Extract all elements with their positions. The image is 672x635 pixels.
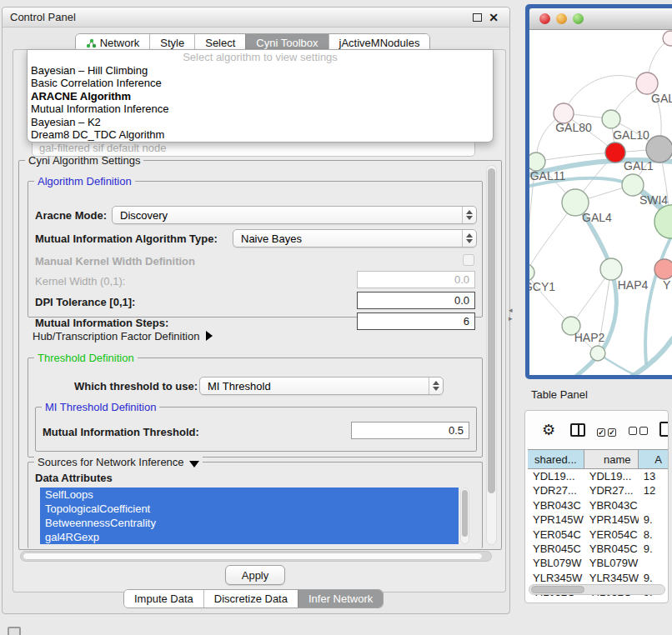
network-edge[interactable] xyxy=(609,338,672,375)
control-panel-window: Control Panel ✕ Network Style Select Cyn… xyxy=(2,7,510,614)
tab-discretize-data[interactable]: Discretize Data xyxy=(203,590,298,608)
table-row[interactable]: YBR045CYBR045C9. xyxy=(528,542,669,556)
tab-impute-data[interactable]: Impute Data xyxy=(124,590,203,608)
dpi-tolerance-field[interactable]: 0.0 xyxy=(357,292,475,309)
gear-icon[interactable]: ⚙ xyxy=(542,421,555,439)
table-row[interactable]: YPR145WYPR145W9. xyxy=(528,512,669,527)
bottom-tab-bar: Impute Data Discretize Data Infer Networ… xyxy=(123,589,384,608)
hub-definition-label: Hub/Transcription Factor Definition xyxy=(33,330,199,342)
settings-hscrollbar-thumb[interactable] xyxy=(23,552,483,560)
algorithm-option[interactable]: Bayesian – Hill Climbing xyxy=(28,64,493,77)
new-table-icon[interactable] xyxy=(659,422,669,437)
table-cell: YDR27... xyxy=(584,483,639,498)
control-panel-titlebar: Control Panel ✕ xyxy=(3,8,509,28)
table-row[interactable]: YER054CYER054C8. xyxy=(528,528,669,542)
table-row[interactable]: YBL079WYBL079W xyxy=(528,556,669,570)
which-threshold-combo[interactable]: MI Threshold xyxy=(199,377,444,395)
close-traffic-light-icon[interactable] xyxy=(539,13,550,24)
mi-steps-field[interactable]: 6 xyxy=(357,312,475,330)
column-header[interactable]: shared... xyxy=(528,450,584,468)
column-header[interactable]: A xyxy=(639,450,669,468)
data-attributes-list[interactable]: SelfLoopsTopologicalCoefficientBetweenne… xyxy=(40,488,459,544)
table-hscrollbar-thumb[interactable] xyxy=(531,586,584,593)
manual-kernel-checkbox[interactable] xyxy=(463,254,474,266)
minimized-panel-chip[interactable] xyxy=(8,627,21,635)
network-edge[interactable] xyxy=(564,76,647,113)
table-cell: YDR27... xyxy=(528,483,584,498)
attribute-item-selected[interactable]: TopologicalCoefficient xyxy=(40,502,459,516)
table-hscrollbar[interactable] xyxy=(529,584,665,595)
data-attributes-label: Data Attributes xyxy=(35,472,113,484)
threshold-definition-title: Threshold Definition xyxy=(34,352,138,364)
mi-type-combo[interactable]: Naive Bayes xyxy=(233,229,477,248)
network-node[interactable] xyxy=(600,258,622,280)
attributes-vscrollbar[interactable] xyxy=(460,488,469,544)
mi-threshold-group: MI Threshold Definition Mutual Informati… xyxy=(35,407,477,452)
table-panel-title: Table Panel xyxy=(531,388,588,401)
deselect-all-columns-icon[interactable] xyxy=(629,425,650,438)
mi-threshold-field[interactable]: 0.5 xyxy=(351,422,469,439)
table-cell: YLR345W xyxy=(528,571,584,585)
network-node[interactable] xyxy=(654,205,672,238)
node-label: GAL xyxy=(651,92,672,105)
aracne-mode-combo[interactable]: Discovery xyxy=(112,206,477,224)
sources-title-label: Sources for Network Inference xyxy=(38,456,184,468)
table-row[interactable]: YBR043CYBR043C xyxy=(528,498,669,512)
algorithm-dropdown-popup: Select algorithm to view settings Bayesi… xyxy=(27,49,494,142)
cyni-algorithm-settings-group: Cyni Algorithm Settings Algorithm Defini… xyxy=(18,160,502,550)
tab-infer-network[interactable]: Infer Network xyxy=(298,590,383,608)
control-panel-title: Control Panel xyxy=(10,11,76,23)
node-label: Y xyxy=(663,278,671,292)
table-cell: YBR043C xyxy=(584,498,639,512)
attribute-item-selected[interactable]: SelfLoops xyxy=(40,488,459,502)
apply-button[interactable]: Apply xyxy=(225,565,285,585)
attribute-item-selected[interactable]: gal4RGexp xyxy=(40,530,459,544)
node-label: HAP4 xyxy=(618,278,649,292)
table-cell: YDL19... xyxy=(584,469,639,483)
float-window-icon[interactable] xyxy=(473,13,482,22)
zoom-traffic-light-icon[interactable] xyxy=(573,13,584,24)
select-all-columns-icon[interactable]: ✓✓ xyxy=(597,425,619,438)
close-icon[interactable]: ✕ xyxy=(489,11,499,24)
algorithm-list: Bayesian – Hill ClimbingBasic Correlatio… xyxy=(28,64,493,141)
kernel-width-field[interactable]: 0.0 xyxy=(357,271,475,288)
algorithm-option[interactable]: Bayesian – K2 xyxy=(28,116,493,128)
threshold-definition-group: Threshold Definition Which threshold to … xyxy=(28,358,483,458)
table-row[interactable]: YDL19...YDL19...13 xyxy=(528,469,669,483)
table-cell: YBR045C xyxy=(528,542,584,556)
hub-definition-expander[interactable]: Hub/Transcription Factor Definition xyxy=(33,330,213,342)
network-node[interactable] xyxy=(602,110,620,128)
column-header[interactable]: name xyxy=(584,450,639,468)
network-canvas[interactable]: GALGAL80GAL10GAL1GAL11SWI4GAL4GCY1HAP4YH… xyxy=(529,30,672,375)
network-node[interactable] xyxy=(663,31,672,46)
node-label: HAP2 xyxy=(574,331,605,344)
network-node[interactable] xyxy=(605,142,625,162)
columns-icon[interactable] xyxy=(570,423,585,437)
algorithm-prompt: Select algorithm to view settings xyxy=(28,51,493,64)
table-body: YDL19...YDL19...13YDR27...YDR27...12YBR0… xyxy=(528,469,669,600)
algorithm-option[interactable]: ARACNE Algorithm xyxy=(28,90,493,102)
settings-hscrollbar[interactable] xyxy=(20,551,492,562)
network-node[interactable] xyxy=(590,346,605,361)
algorithm-option[interactable]: Mutual Information Inference xyxy=(28,102,493,115)
network-node[interactable] xyxy=(654,259,672,279)
table-panel: ⚙ ✓✓ shared...nameA YDL19...YDL19...13YD… xyxy=(524,410,669,603)
node-label: GAL80 xyxy=(555,121,592,134)
network-node[interactable] xyxy=(529,264,534,281)
table-row[interactable]: YDR27...YDR27...12 xyxy=(528,483,669,498)
algorithm-option[interactable]: Basic Correlation Inference xyxy=(28,77,493,89)
attributes-vscrollbar-thumb[interactable] xyxy=(462,490,468,537)
network-node[interactable] xyxy=(529,152,545,171)
attribute-item-selected[interactable]: BetweennessCentrality xyxy=(40,516,459,530)
node-label: SWI4 xyxy=(639,193,668,207)
settings-vscrollbar-thumb[interactable] xyxy=(488,168,495,493)
panel-splitter-icon[interactable]: ◂▸ xyxy=(509,306,513,322)
network-window-titlebar[interactable] xyxy=(529,8,672,30)
node-label: GAL1 xyxy=(624,159,654,172)
sources-title[interactable]: Sources for Network Inference xyxy=(34,456,203,468)
tab-impute-data-label: Impute Data xyxy=(134,592,193,605)
minimize-traffic-light-icon[interactable] xyxy=(556,13,567,24)
table-row[interactable]: YLR345WYLR345W9. xyxy=(528,571,669,585)
settings-vscrollbar[interactable] xyxy=(486,165,497,545)
algorithm-option[interactable]: Dream8 DC_TDC Algorithm xyxy=(28,128,493,141)
